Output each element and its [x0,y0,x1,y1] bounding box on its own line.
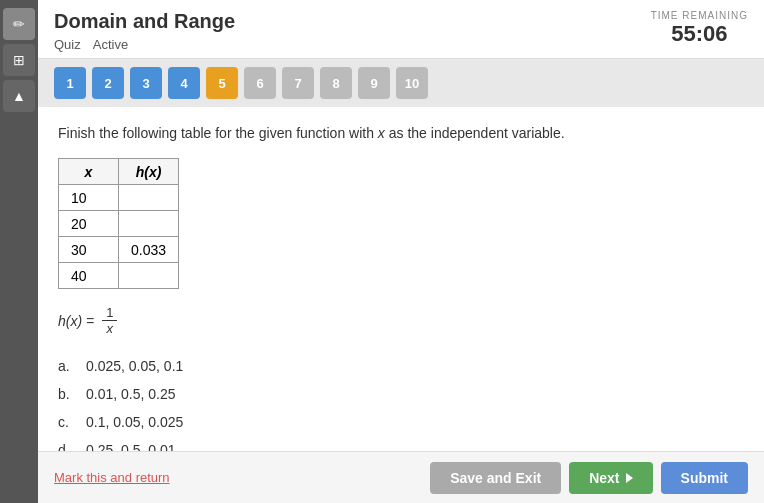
table-row: 10 [59,185,179,211]
formula-prefix: h(x) = [58,313,94,329]
row1-x: 10 [59,185,119,211]
table-row: 20 [59,211,179,237]
choice-a-label: a. [58,352,78,380]
choice-d-text: 0.25, 0.5, 0.01 [86,436,176,451]
quiz-label: Quiz [54,37,81,52]
formula-fraction: 1 x [102,305,117,336]
choice-a[interactable]: a. 0.025, 0.05, 0.1 [58,352,744,380]
timer-label: TIME REMAINING [651,10,748,21]
row2-hx [119,211,179,237]
question-instruction: Finish the following table for the given… [58,123,744,144]
row2-x: 20 [59,211,119,237]
choice-b-label: b. [58,380,78,408]
nav-btn-6[interactable]: 6 [244,67,276,99]
timer-area: TIME REMAINING 55:06 [651,10,748,47]
fraction-denominator: x [103,321,118,336]
nav-btn-7[interactable]: 7 [282,67,314,99]
choice-b[interactable]: b. 0.01, 0.5, 0.25 [58,380,744,408]
collapse-tool-button[interactable]: ▲ [3,80,35,112]
choice-c-label: c. [58,408,78,436]
next-button[interactable]: Next [569,462,652,494]
status-badge: Active [93,37,128,52]
header-meta: Quiz Active [54,37,748,52]
pencil-tool-button[interactable]: ✏ [3,8,35,40]
row1-hx [119,185,179,211]
next-label: Next [589,470,619,486]
mark-return-link[interactable]: Mark this and return [54,470,170,485]
nav-btn-10[interactable]: 10 [396,67,428,99]
choice-c[interactable]: c. 0.1, 0.05, 0.025 [58,408,744,436]
choice-c-text: 0.1, 0.05, 0.025 [86,408,183,436]
question-nav: 12345678910 [38,59,764,107]
answer-choices: a. 0.025, 0.05, 0.1 b. 0.01, 0.5, 0.25 c… [58,352,744,451]
nav-btn-4[interactable]: 4 [168,67,200,99]
function-table: x h(x) 10 20 30 0.033 40 [58,158,179,289]
nav-btn-1[interactable]: 1 [54,67,86,99]
nav-btn-5[interactable]: 5 [206,67,238,99]
left-toolbar: ✏ ⊞ ▲ [0,0,38,503]
row3-x: 30 [59,237,119,263]
main-wrapper: Domain and Range Quiz Active TIME REMAIN… [38,0,764,503]
nav-btn-8[interactable]: 8 [320,67,352,99]
choice-d[interactable]: d. 0.25, 0.5, 0.01 [58,436,744,451]
row4-x: 40 [59,263,119,289]
nav-btn-3[interactable]: 3 [130,67,162,99]
nav-btn-9[interactable]: 9 [358,67,390,99]
col-x-header: x [59,159,119,185]
row3-hx: 0.033 [119,237,179,263]
header: Domain and Range Quiz Active TIME REMAIN… [38,0,764,59]
calculator-tool-button[interactable]: ⊞ [3,44,35,76]
choice-a-text: 0.025, 0.05, 0.1 [86,352,183,380]
col-hx-header: h(x) [119,159,179,185]
bottom-buttons: Save and Exit Next Submit [430,462,748,494]
table-row: 30 0.033 [59,237,179,263]
page-title: Domain and Range [54,10,748,33]
submit-button[interactable]: Submit [661,462,748,494]
question-content: Finish the following table for the given… [38,107,764,451]
save-exit-button[interactable]: Save and Exit [430,462,561,494]
table-row: 40 [59,263,179,289]
formula-area: h(x) = 1 x [58,305,744,336]
nav-btn-2[interactable]: 2 [92,67,124,99]
fraction-numerator: 1 [102,305,117,321]
row4-hx [119,263,179,289]
choice-b-text: 0.01, 0.5, 0.25 [86,380,176,408]
timer-value: 55:06 [651,21,748,47]
choice-d-label: d. [58,436,78,451]
bottom-bar: Mark this and return Save and Exit Next … [38,451,764,503]
chevron-right-icon [626,473,633,483]
